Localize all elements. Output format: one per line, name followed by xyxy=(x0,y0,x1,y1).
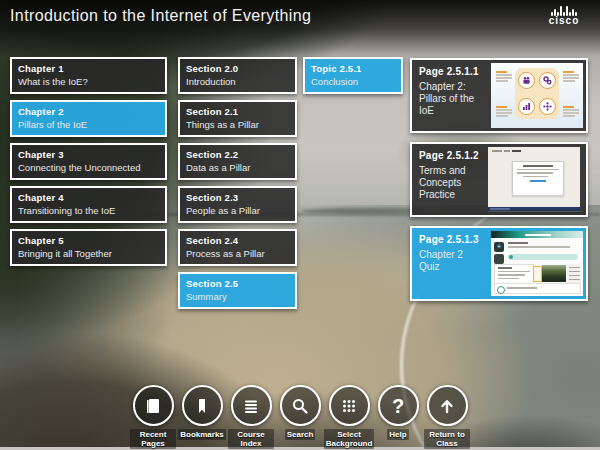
tool-label: Course Index xyxy=(228,429,274,449)
quiz-step-label xyxy=(508,242,528,244)
page-2-5-1-2-item[interactable]: Page 2.5.1.2 Terms and Concepts Practice xyxy=(410,142,588,217)
help-button[interactable]: ? Help xyxy=(375,385,421,449)
chapter-title: Chapter 2 xyxy=(18,106,159,117)
chapter-3-item[interactable]: Chapter 3 Connecting the Unconnected xyxy=(10,143,167,180)
quiz-page-thumbnail: + xyxy=(491,231,583,296)
section-subtitle: Data as a Pillar xyxy=(186,162,289,173)
quiz-header-bar xyxy=(491,231,583,238)
section-subtitle: Process as a Pillar xyxy=(186,248,289,259)
pillars-diagram-thumbnail xyxy=(491,63,583,128)
cisco-logo: cisco xyxy=(541,5,587,26)
tool-label: Search xyxy=(285,429,316,440)
practice-dialog xyxy=(512,161,564,196)
people-pillar-icon xyxy=(518,72,535,89)
pillar-note xyxy=(563,106,579,118)
cisco-logo-text: cisco xyxy=(541,16,587,26)
section-title: Section 2.4 xyxy=(186,235,289,246)
tool-label: Return to Class xyxy=(424,429,470,449)
section-2-3-item[interactable]: Section 2.3 People as a Pillar xyxy=(178,186,297,223)
tool-label: Recent Pages xyxy=(130,429,176,449)
section-2-5-item[interactable]: Section 2.5 Summary xyxy=(178,272,297,309)
thumb-footer-bar xyxy=(488,207,580,211)
quiz-answer-pill xyxy=(508,254,578,260)
section-title: Section 2.2 xyxy=(186,149,289,160)
page-title: Introduction to the Internet of Everythi… xyxy=(10,7,311,25)
bookmark-icon xyxy=(182,385,223,426)
things-pillar-icon xyxy=(539,98,556,115)
header-bar: Introduction to the Internet of Everythi… xyxy=(0,0,600,56)
chapter-4-item[interactable]: Chapter 4 Transitioning to the IoE xyxy=(10,186,167,223)
dot-grid-icon xyxy=(329,385,370,426)
tool-label: Help xyxy=(387,429,408,440)
bottom-toolbar: Recent Pages Bookmarks Course Index Sear… xyxy=(130,385,470,449)
chapter-title: Chapter 1 xyxy=(18,63,159,74)
chapter-subtitle: Transitioning to the IoE xyxy=(18,205,159,216)
up-arrow-icon xyxy=(427,385,468,426)
page-2-5-1-3-item[interactable]: Page 2.5.1.3 Chapter 2 Quiz + xyxy=(410,226,588,301)
practice-page-thumbnail xyxy=(488,147,583,212)
section-subtitle: Introduction xyxy=(186,76,289,87)
pillar-note xyxy=(563,71,579,83)
section-subtitle: Summary xyxy=(186,291,289,302)
section-2-4-item[interactable]: Section 2.4 Process as a Pillar xyxy=(178,229,297,266)
question-mark-icon: ? xyxy=(378,385,419,426)
pillars-diagram xyxy=(515,68,559,119)
chapter-title: Chapter 5 xyxy=(18,235,159,246)
topic-title: Topic 2.5.1 xyxy=(311,63,395,74)
recent-pages-icon xyxy=(133,385,174,426)
page-subtitle: Terms and Concepts Practice xyxy=(419,165,481,201)
quiz-add-icon: + xyxy=(494,242,504,252)
data-pillar-icon xyxy=(518,98,535,115)
chapter-subtitle: Bringing it all Together xyxy=(18,248,159,259)
chapter-subtitle: Connecting the Unconnected xyxy=(18,162,159,173)
page-subtitle: Chapter 2 Quiz xyxy=(419,249,484,273)
chapter-5-item[interactable]: Chapter 5 Bringing it all Together xyxy=(10,229,167,266)
quiz-question-line xyxy=(508,246,570,248)
chapter-title: Chapter 3 xyxy=(18,149,159,160)
search-button[interactable]: Search xyxy=(277,385,323,449)
return-to-class-button[interactable]: Return to Class xyxy=(424,385,470,449)
page-item-text: Page 2.5.1.3 Chapter 2 Quiz xyxy=(412,228,488,299)
chapter-1-item[interactable]: Chapter 1 What is the IoE? xyxy=(10,57,167,94)
magnifier-icon xyxy=(280,385,321,426)
section-subtitle: Things as a Pillar xyxy=(186,119,289,130)
page-item-text: Page 2.5.1.1 Chapter 2: Pillars of the I… xyxy=(412,60,488,131)
pages-column: Page 2.5.1.1 Chapter 2: Pillars of the I… xyxy=(410,58,588,301)
page-title: Page 2.5.1.2 xyxy=(419,150,481,161)
chapter-subtitle: Pillars of the IoE xyxy=(18,119,159,130)
page-title: Page 2.5.1.3 xyxy=(419,234,484,245)
recent-pages-button[interactable]: Recent Pages xyxy=(130,385,176,449)
chapter-2-item[interactable]: Chapter 2 Pillars of the IoE xyxy=(10,100,167,137)
thumb-header-lines xyxy=(492,150,521,152)
section-2-2-item[interactable]: Section 2.2 Data as a Pillar xyxy=(178,143,297,180)
select-background-button[interactable]: Select Background xyxy=(326,385,372,449)
bookmarks-button[interactable]: Bookmarks xyxy=(179,385,225,449)
page-2-5-1-1-item[interactable]: Page 2.5.1.1 Chapter 2: Pillars of the I… xyxy=(410,58,588,133)
section-title: Section 2.3 xyxy=(186,192,289,203)
section-2-0-item[interactable]: Section 2.0 Introduction xyxy=(178,57,297,94)
section-2-1-item[interactable]: Section 2.1 Things as a Pillar xyxy=(178,100,297,137)
section-title: Section 2.5 xyxy=(186,278,289,289)
quiz-photo xyxy=(542,265,566,282)
tool-label: Select Background xyxy=(324,429,375,449)
quiz-bottom-row xyxy=(494,283,581,294)
page-item-text: Page 2.5.1.2 Terms and Concepts Practice xyxy=(412,144,485,215)
page-subtitle: Chapter 2: Pillars of the IoE xyxy=(419,81,484,117)
process-pillar-icon xyxy=(539,72,556,89)
topics-column: Topic 2.5.1 Conclusion xyxy=(303,57,403,94)
list-lines-icon xyxy=(231,385,272,426)
tool-label: Bookmarks xyxy=(178,429,226,440)
chapter-title: Chapter 4 xyxy=(18,192,159,203)
section-subtitle: People as a Pillar xyxy=(186,205,289,216)
course-navigation-screen: Introduction to the Internet of Everythi… xyxy=(0,0,600,450)
sections-column: Section 2.0 Introduction Section 2.1 Thi… xyxy=(178,57,297,309)
section-title: Section 2.0 xyxy=(186,63,289,74)
pillar-note xyxy=(496,71,512,83)
chapter-subtitle: What is the IoE? xyxy=(18,76,159,87)
chapters-column: Chapter 1 What is the IoE? Chapter 2 Pil… xyxy=(10,57,167,266)
pillar-note xyxy=(496,106,512,118)
topic-2-5-1-item[interactable]: Topic 2.5.1 Conclusion xyxy=(303,57,403,94)
topic-subtitle: Conclusion xyxy=(311,76,395,87)
page-title: Page 2.5.1.1 xyxy=(419,66,484,77)
course-index-button[interactable]: Course Index xyxy=(228,385,274,449)
